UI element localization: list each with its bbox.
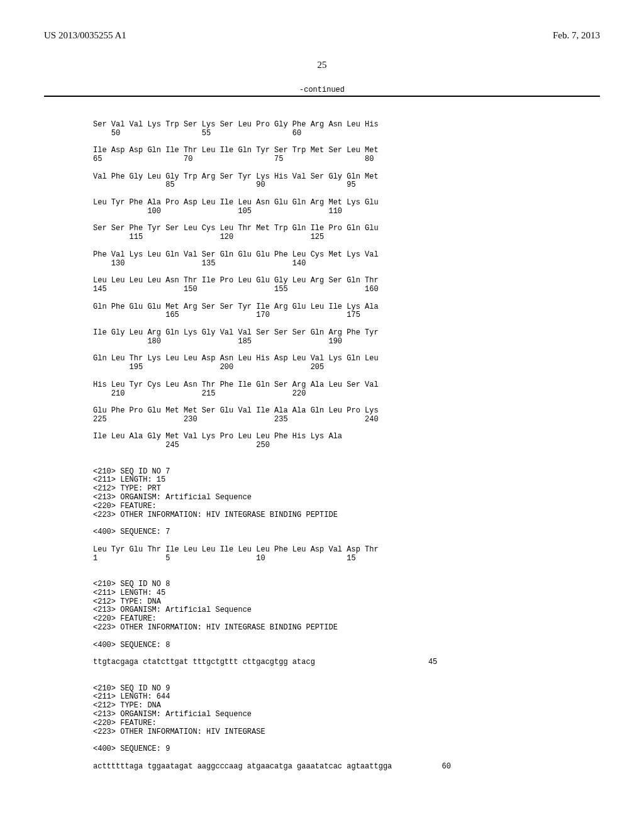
patent-application-number: US 2013/0035255 A1 [44, 30, 126, 41]
continued-banner: -continued [44, 86, 600, 97]
page-number: 25 [44, 60, 600, 70]
page-header: US 2013/0035255 A1 Feb. 7, 2013 [44, 30, 600, 41]
continued-label: -continued [44, 86, 600, 94]
section-rule [44, 96, 600, 97]
publication-date: Feb. 7, 2013 [553, 30, 600, 41]
sequence-listing: Ser Val Val Lys Trp Ser Lys Ser Leu Pro … [93, 112, 600, 772]
